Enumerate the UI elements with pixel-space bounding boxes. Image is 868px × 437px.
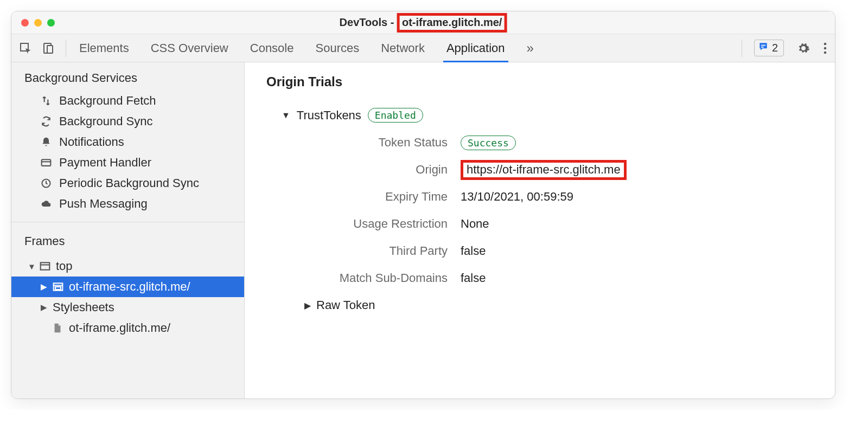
origin-label: Origin [282,163,461,177]
sidebar-item-notifications[interactable]: Notifications [11,132,244,152]
frames-tree: ▼ top ▶ ot-iframe-src.glitch.me/ ▶ Style… [11,254,244,348]
thirdparty-label: Third Party [282,244,461,258]
panel-tabs: Elements CSS Overview Console Sources Ne… [79,34,534,62]
trial-status-pill: Enabled [368,108,423,123]
svg-rect-4 [761,47,764,48]
frame-stylesheets[interactable]: ▶ Stylesheets [11,297,244,318]
main-split: Background Services Background Fetch Bac… [11,62,835,399]
expiry-value: 13/10/2021, 00:59:59 [461,190,573,204]
disclosure-right-icon[interactable]: ▶ [41,303,48,312]
trial-row[interactable]: ▼ TrustTokens Enabled [282,108,813,123]
frame-label: ot-iframe-src.glitch.me/ [69,280,190,294]
window-title-app: DevTools [340,16,388,29]
sidebar-item-label: Payment Handler [59,156,151,170]
frame-document[interactable]: ▶ ot-iframe.glitch.me/ [11,318,244,338]
svg-rect-8 [42,159,51,166]
svg-rect-2 [47,46,53,53]
frames-section: Frames ▼ top ▶ ot-iframe-src.glitch.me/ … [11,222,244,348]
bg-services-heading: Background Services [11,62,244,91]
device-toggle-icon[interactable] [42,42,55,55]
frame-label: ot-iframe.glitch.me/ [69,321,170,335]
frame-iframe-selected[interactable]: ▶ ot-iframe-src.glitch.me/ [11,277,244,297]
clock-icon [40,178,53,189]
sync-icon [40,116,53,127]
inspect-element-icon[interactable] [19,42,32,55]
svg-rect-11 [41,262,50,269]
kebab-menu-icon[interactable] [823,42,827,55]
sidebar-item-payment-handler[interactable]: Payment Handler [11,152,244,173]
origin-value-highlight: https://ot-iframe-src.glitch.me [461,160,627,180]
svg-point-6 [824,47,827,49]
window-title: DevTools - ot-iframe.glitch.me/ [340,13,507,33]
window-close-button[interactable] [21,19,29,27]
window-title-url-highlight: ot-iframe.glitch.me/ [397,13,507,33]
raw-token-label: Raw Token [316,298,375,312]
cloud-icon [40,198,53,209]
kv-origin: Origin https://ot-iframe-src.glitch.me [282,163,813,177]
bg-services-list: Background Fetch Background Sync Notific… [11,91,244,222]
console-messages-badge[interactable]: 2 [754,40,784,56]
svg-rect-15 [55,287,61,290]
disclosure-down-icon[interactable]: ▼ [282,111,290,120]
content-pane: Origin Trials ▼ TrustTokens Enabled Toke… [245,62,835,399]
traffic-lights [11,19,55,27]
trial-details: Token Status Success Origin https://ot-i… [282,136,813,285]
disclosure-right-icon[interactable]: ▶ [41,282,48,292]
sidebar-item-push-messaging[interactable]: Push Messaging [11,194,244,214]
kv-usage: Usage Restriction None [282,217,813,231]
kv-expiry: Expiry Time 13/10/2021, 00:59:59 [282,190,813,204]
svg-rect-3 [761,45,765,46]
window-icon [40,261,52,271]
titlebar: DevTools - ot-iframe.glitch.me/ [11,11,835,34]
toolbar-left-controls [19,40,66,57]
bell-icon [40,137,53,147]
messages-count: 2 [772,42,778,54]
kv-matchsub: Match Sub-Domains false [282,271,813,285]
tab-network[interactable]: Network [381,34,425,62]
tab-elements[interactable]: Elements [79,34,129,62]
tab-application[interactable]: Application [446,34,505,62]
settings-gear-icon[interactable] [797,42,810,55]
matchsub-label: Match Sub-Domains [282,271,461,285]
frame-label: Stylesheets [53,300,114,314]
toolbar-right-controls: 2 [742,40,827,57]
window-minimize-button[interactable] [34,19,42,27]
card-icon [40,157,53,168]
disclosure-right-icon[interactable]: ▶ [304,300,311,311]
frame-top[interactable]: ▼ top [11,256,244,277]
kv-token-status: Token Status Success [282,136,813,150]
sidebar: Background Services Background Fetch Bac… [11,62,245,399]
tab-sources[interactable]: Sources [315,34,359,62]
updown-icon [40,95,53,106]
raw-token-row[interactable]: ▶ Raw Token [304,298,813,312]
svg-point-7 [824,51,827,54]
toolbar: Elements CSS Overview Console Sources Ne… [11,34,835,62]
sidebar-item-label: Background Sync [59,114,152,128]
usage-label: Usage Restriction [282,217,461,231]
sidebar-item-label: Periodic Background Sync [59,176,199,190]
document-icon [53,323,65,333]
sidebar-item-label: Notifications [59,135,124,149]
matchsub-value: false [461,271,486,285]
token-status-label: Token Status [282,136,461,150]
window-title-sep: - [387,16,397,29]
expiry-label: Expiry Time [282,190,461,204]
usage-value: None [461,217,489,231]
frames-heading: Frames [11,228,244,254]
svg-point-5 [824,42,827,45]
tab-console[interactable]: Console [250,34,294,62]
sidebar-item-periodic-sync[interactable]: Periodic Background Sync [11,173,244,194]
sidebar-item-label: Background Fetch [59,94,156,108]
sidebar-item-bg-sync[interactable]: Background Sync [11,111,244,132]
window-maximize-button[interactable] [47,19,55,27]
kv-thirdparty: Third Party false [282,244,813,258]
tab-css-overview[interactable]: CSS Overview [151,34,228,62]
origin-trials-heading: Origin Trials [266,74,813,89]
tabs-overflow-icon[interactable]: » [527,34,534,62]
thirdparty-value: false [461,244,486,258]
sidebar-item-bg-fetch[interactable]: Background Fetch [11,91,244,111]
sidebar-item-label: Push Messaging [59,197,148,211]
disclosure-down-icon[interactable]: ▼ [28,262,35,271]
token-status-pill: Success [461,136,516,150]
trial-name: TrustTokens [297,108,361,123]
